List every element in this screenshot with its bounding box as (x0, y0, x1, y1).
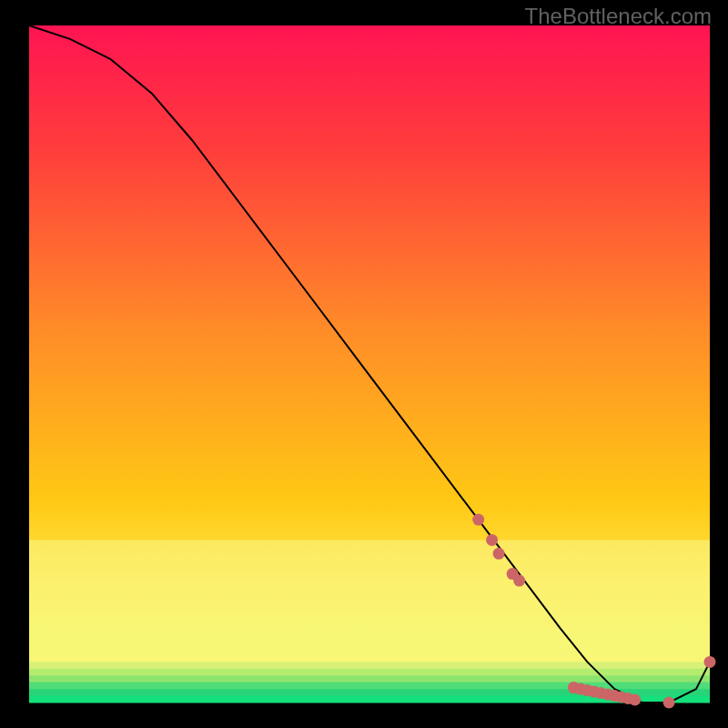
data-marker (704, 656, 716, 668)
data-marker (513, 575, 525, 587)
data-marker (486, 534, 498, 546)
data-marker (493, 548, 505, 560)
bottleneck-chart (0, 0, 728, 728)
data-marker (629, 694, 641, 706)
green-stripe (29, 662, 710, 669)
chart-container: TheBottleneck.com (0, 0, 728, 728)
green-stripe (29, 669, 710, 676)
data-marker (472, 514, 484, 526)
watermark-text: TheBottleneck.com (525, 4, 712, 29)
data-marker (663, 697, 675, 709)
